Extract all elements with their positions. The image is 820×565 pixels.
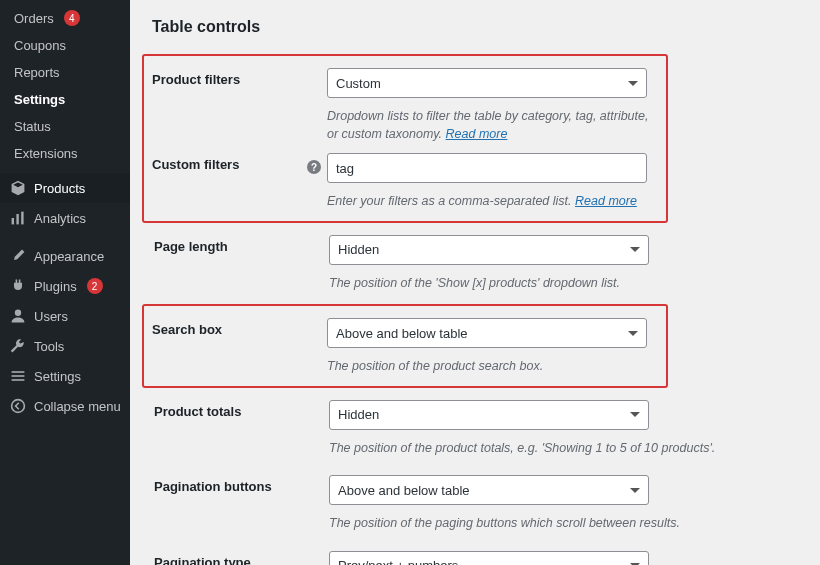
product-totals-desc: The position of the product totals, e.g.… [329,440,798,458]
product-filters-select[interactable]: Custom [327,68,647,98]
highlight-filters: Product filters Custom Dropdown lists to… [142,54,668,223]
sidebar-item-label: Orders [14,11,54,26]
chevron-down-icon [628,331,638,336]
page-length-label: Page length [154,235,329,254]
product-filters-readmore[interactable]: Read more [446,127,508,141]
sidebar-item-plugins[interactable]: Plugins 2 [0,271,130,301]
chevron-down-icon [630,412,640,417]
admin-sidebar: Orders 4 Coupons Reports Settings Status… [0,0,130,565]
product-filters-desc: Dropdown lists to filter the table by ca… [327,108,658,143]
custom-filters-label: Custom filters [152,153,327,172]
svg-point-3 [15,310,21,316]
sliders-icon [10,368,26,384]
sidebar-item-status[interactable]: Status [0,113,130,140]
search-box-desc: The position of the product search box. [327,358,658,376]
brush-icon [10,248,26,264]
sidebar-item-extensions[interactable]: Extensions [0,140,130,167]
svg-point-7 [12,400,25,413]
chevron-down-icon [630,488,640,493]
chart-icon [10,210,26,226]
sidebar-item-settings[interactable]: Settings [0,361,130,391]
sidebar-item-orders[interactable]: Orders 4 [0,4,130,32]
custom-filters-input[interactable]: tag [327,153,647,183]
user-icon [10,308,26,324]
orders-badge: 4 [64,10,80,26]
sidebar-item-tools[interactable]: Tools [0,331,130,361]
pagination-buttons-select[interactable]: Above and below table [329,475,649,505]
search-box-label: Search box [152,318,327,337]
box-icon [10,180,26,196]
sidebar-collapse[interactable]: Collapse menu [0,391,130,421]
sidebar-item-appearance[interactable]: Appearance [0,241,130,271]
sidebar-item-users[interactable]: Users [0,301,130,331]
pagination-type-select[interactable]: Prev/next + numbers [329,551,649,566]
sidebar-item-settings-sub[interactable]: Settings [0,86,130,113]
svg-rect-6 [12,379,25,381]
page-length-select[interactable]: Hidden [329,235,649,265]
svg-rect-4 [12,371,25,373]
wrench-icon [10,338,26,354]
help-icon[interactable]: ? [307,160,321,174]
product-totals-select[interactable]: Hidden [329,400,649,430]
svg-rect-0 [12,218,14,224]
plug-icon [10,278,26,294]
svg-rect-1 [16,214,18,224]
page-title: Table controls [152,18,798,36]
sidebar-item-reports[interactable]: Reports [0,59,130,86]
custom-filters-desc: Enter your filters as a comma-separated … [327,193,658,211]
chevron-down-icon [630,247,640,252]
highlight-searchbox: Search box Above and below table The pos… [142,304,668,388]
pagination-type-label: Pagination type [154,551,329,566]
sidebar-item-products[interactable]: Products [0,173,130,203]
sidebar-item-coupons[interactable]: Coupons [0,32,130,59]
product-filters-label: Product filters [152,68,327,87]
chevron-down-icon [628,81,638,86]
plugins-badge: 2 [87,278,103,294]
product-totals-label: Product totals [154,400,329,419]
pagination-buttons-desc: The position of the paging buttons which… [329,515,798,533]
sidebar-item-analytics[interactable]: Analytics [0,203,130,233]
main-content: Table controls Product filters Custom Dr… [130,0,820,565]
page-length-desc: The position of the 'Show [x] products' … [329,275,798,293]
search-box-select[interactable]: Above and below table [327,318,647,348]
collapse-icon [10,398,26,414]
pagination-buttons-label: Pagination buttons [154,475,329,494]
svg-rect-2 [21,212,23,225]
custom-filters-readmore[interactable]: Read more [575,194,637,208]
svg-rect-5 [12,375,25,377]
